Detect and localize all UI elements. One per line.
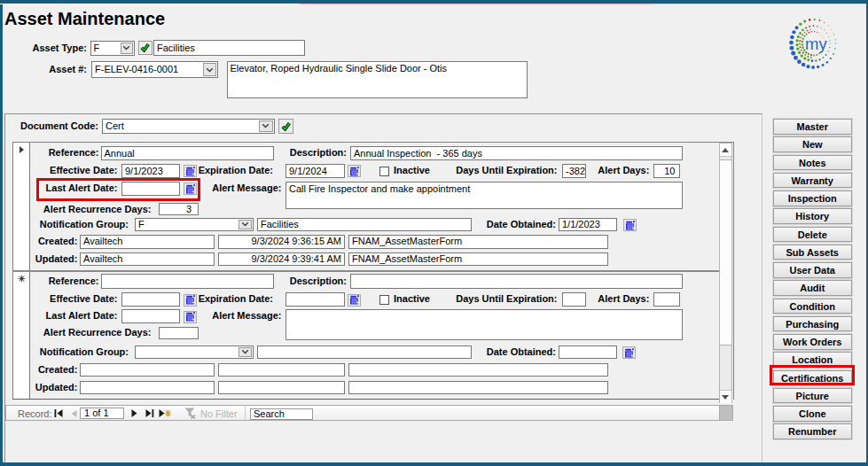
svg-text:my: my	[805, 35, 827, 53]
